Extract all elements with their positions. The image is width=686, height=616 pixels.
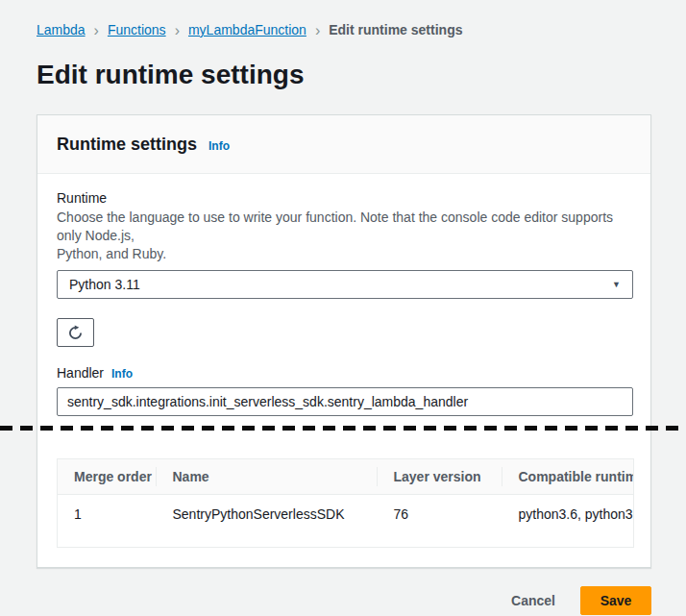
layers-table: Merge order Name Layer version Compatibl…	[57, 458, 634, 548]
breadcrumb-link-functions[interactable]: Functions	[108, 22, 166, 37]
form-actions: Cancel Save	[0, 586, 651, 615]
handler-input[interactable]	[57, 387, 633, 416]
cell-compatible-runtimes: python3.6, python3.7	[502, 495, 634, 548]
runtime-select-value: Python 3.11	[69, 277, 140, 292]
breadcrumb-link-lambda[interactable]: Lambda	[37, 22, 86, 37]
panel-title: Runtime settings	[57, 134, 197, 155]
runtime-description-line1: Choose the language to use to write your…	[57, 209, 631, 245]
breadcrumb-separator-icon: ›	[94, 22, 99, 39]
page: Lambda › Functions › myLambdaFunction › …	[0, 21, 686, 616]
breadcrumb: Lambda › Functions › myLambdaFunction › …	[37, 21, 651, 38]
handler-label: Handler	[57, 364, 104, 382]
breadcrumb-current-page: Edit runtime settings	[329, 22, 462, 37]
chevron-down-icon: ▼	[612, 280, 621, 289]
layers-table-header-row: Merge order Name Layer version Compatibl…	[58, 459, 634, 495]
runtime-description-line2: Python, and Ruby.	[57, 245, 631, 263]
handler-label-row: Handler Info	[57, 364, 631, 382]
refresh-runtimes-button[interactable]	[57, 318, 94, 347]
save-button[interactable]: Save	[580, 586, 651, 615]
runtime-select[interactable]: Python 3.11 ▼	[57, 270, 633, 299]
page-title: Edit runtime settings	[37, 59, 651, 90]
runtime-settings-panel: Runtime settings Info Runtime Choose the…	[37, 114, 651, 568]
runtime-label: Runtime	[57, 189, 631, 207]
cell-name: SentryPythonServerlessSDK	[156, 495, 377, 548]
handler-info-link[interactable]: Info	[111, 367, 133, 381]
column-header-merge-order: Merge order	[58, 459, 156, 495]
breadcrumb-separator-icon: ›	[315, 22, 320, 39]
cell-layer-version: 76	[377, 495, 502, 548]
refresh-icon	[67, 325, 84, 341]
breadcrumb-link-mylambdafunction[interactable]: myLambdaFunction	[188, 22, 306, 37]
cancel-button[interactable]: Cancel	[502, 587, 565, 614]
column-header-layer-version: Layer version	[377, 459, 502, 495]
panel-info-link[interactable]: Info	[208, 139, 230, 153]
panel-header: Runtime settings Info	[37, 115, 650, 174]
panel-body: Runtime Choose the language to use to wr…	[37, 174, 650, 567]
runtime-description: Choose the language to use to write your…	[57, 209, 631, 263]
column-header-name: Name	[156, 459, 377, 495]
table-row: 1 SentryPythonServerlessSDK 76 python3.6…	[58, 495, 634, 548]
breadcrumb-separator-icon: ›	[175, 22, 180, 39]
cell-merge-order: 1	[58, 495, 156, 548]
column-header-compatible-runtimes: Compatible runtimes	[502, 459, 634, 495]
